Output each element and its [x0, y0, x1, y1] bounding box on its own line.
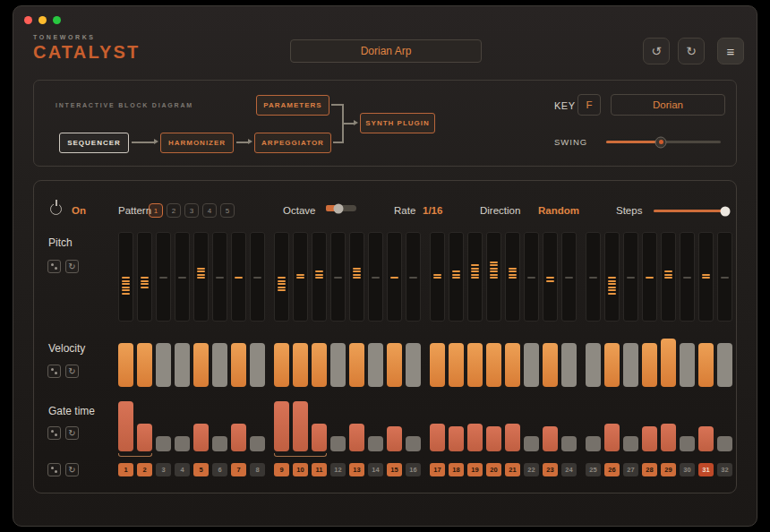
gate-bar-21[interactable] — [505, 424, 520, 451]
velocity-bar-12[interactable] — [330, 343, 346, 387]
pitch-step-23[interactable] — [543, 232, 558, 322]
gate-bar-14[interactable] — [368, 436, 383, 451]
gate-bar-8[interactable] — [250, 436, 265, 451]
step-number-22[interactable]: 22 — [524, 463, 539, 476]
velocity-bar-22[interactable] — [524, 343, 539, 387]
velocity-bar-18[interactable] — [449, 343, 464, 387]
step-number-19[interactable]: 19 — [467, 463, 483, 476]
pattern-button-4[interactable]: 4 — [202, 203, 217, 218]
velocity-bar-29[interactable] — [661, 339, 676, 387]
velocity-bar-23[interactable] — [543, 343, 558, 387]
pitch-step-19[interactable] — [467, 232, 483, 322]
pitch-step-6[interactable] — [212, 232, 227, 322]
step-number-9[interactable]: 9 — [274, 463, 289, 476]
velocity-bar-27[interactable] — [623, 343, 638, 387]
velocity-bar-19[interactable] — [467, 343, 483, 387]
step-number-8[interactable]: 8 — [250, 463, 265, 476]
gate-bar-17[interactable] — [430, 424, 445, 451]
pitch-step-16[interactable] — [406, 232, 421, 322]
step-number-18[interactable]: 18 — [449, 463, 464, 476]
pitch-step-17[interactable] — [430, 232, 445, 322]
step-number-2[interactable]: 2 — [137, 463, 152, 476]
pitch-step-18[interactable] — [449, 232, 464, 322]
gate-bar-28[interactable] — [642, 426, 657, 451]
velocity-dice-icon[interactable] — [47, 365, 61, 378]
pitch-step-20[interactable] — [486, 232, 501, 322]
preset-selector[interactable]: Dorian Arp — [290, 39, 482, 63]
velocity-bar-20[interactable] — [486, 343, 501, 387]
pitch-step-2[interactable] — [137, 232, 152, 322]
step-number-29[interactable]: 29 — [661, 463, 676, 476]
velocity-bar-24[interactable] — [561, 343, 577, 387]
minimize-window-button[interactable] — [38, 16, 47, 24]
step-number-16[interactable]: 16 — [406, 463, 421, 476]
node-harmonizer[interactable]: HARMONIZER — [160, 133, 234, 153]
gate-bar-18[interactable] — [449, 426, 464, 451]
velocity-cycle-icon[interactable]: ↻ — [65, 365, 79, 378]
pitch-step-32[interactable] — [717, 232, 732, 322]
steps-slider[interactable] — [654, 210, 725, 212]
pitch-step-30[interactable] — [680, 232, 695, 322]
direction-value[interactable]: Random — [538, 205, 579, 216]
velocity-bar-9[interactable] — [274, 343, 289, 387]
gate-bar-30[interactable] — [680, 436, 695, 451]
velocity-bar-30[interactable] — [680, 343, 695, 387]
velocity-bar-17[interactable] — [430, 343, 445, 387]
velocity-bar-13[interactable] — [349, 343, 364, 387]
velocity-bar-32[interactable] — [717, 343, 732, 387]
gate-bar-16[interactable] — [406, 436, 421, 451]
pitch-step-15[interactable] — [387, 232, 402, 322]
step-number-21[interactable]: 21 — [505, 463, 520, 476]
velocity-bar-26[interactable] — [604, 343, 620, 387]
pitch-step-14[interactable] — [368, 232, 383, 322]
pitch-cycle-icon[interactable]: ↻ — [65, 260, 79, 273]
pitch-step-24[interactable] — [561, 232, 577, 322]
gate-bar-1[interactable] — [118, 401, 133, 451]
gate-bar-22[interactable] — [524, 436, 539, 451]
velocity-bar-6[interactable] — [212, 343, 227, 387]
pitch-step-8[interactable] — [250, 232, 265, 322]
velocity-bar-2[interactable] — [137, 343, 152, 387]
pitch-step-21[interactable] — [505, 232, 520, 322]
step-number-5[interactable]: 5 — [193, 463, 209, 476]
step-number-20[interactable]: 20 — [486, 463, 501, 476]
pitch-step-28[interactable] — [642, 232, 657, 322]
velocity-bar-25[interactable] — [586, 343, 601, 387]
gate-bar-26[interactable] — [604, 424, 620, 451]
velocity-bar-7[interactable] — [231, 343, 246, 387]
velocity-bar-4[interactable] — [175, 343, 190, 387]
pattern-button-3[interactable]: 3 — [184, 203, 199, 218]
pitch-step-5[interactable] — [193, 232, 209, 322]
steps-dice-icon[interactable] — [47, 463, 61, 476]
node-sequencer[interactable]: SEQUENCER — [59, 133, 129, 153]
pitch-step-26[interactable] — [604, 232, 620, 322]
pitch-step-25[interactable] — [586, 232, 601, 322]
close-window-button[interactable] — [24, 16, 32, 24]
velocity-bar-21[interactable] — [505, 343, 520, 387]
step-number-25[interactable]: 25 — [586, 463, 601, 476]
key-value-box[interactable]: F — [578, 94, 601, 116]
gate-bar-11[interactable] — [312, 424, 327, 451]
pitch-step-9[interactable] — [274, 232, 289, 322]
step-number-10[interactable]: 10 — [293, 463, 308, 476]
pitch-step-3[interactable] — [156, 232, 171, 322]
velocity-bar-10[interactable] — [293, 343, 308, 387]
pitch-step-31[interactable] — [698, 232, 714, 322]
gate-bar-3[interactable] — [156, 436, 171, 451]
gate-dice-icon[interactable] — [47, 426, 61, 440]
velocity-bar-14[interactable] — [368, 343, 383, 387]
step-number-32[interactable]: 32 — [717, 463, 732, 476]
step-number-7[interactable]: 7 — [231, 463, 246, 476]
gate-bar-25[interactable] — [586, 436, 601, 451]
step-number-13[interactable]: 13 — [349, 463, 364, 476]
steps-slider-knob[interactable] — [721, 206, 731, 216]
pitch-step-13[interactable] — [349, 232, 364, 322]
step-number-28[interactable]: 28 — [642, 463, 657, 476]
velocity-bar-16[interactable] — [406, 343, 421, 387]
step-number-3[interactable]: 3 — [156, 463, 171, 476]
pitch-dice-icon[interactable] — [47, 260, 61, 273]
gate-bar-27[interactable] — [623, 436, 638, 451]
pitch-step-27[interactable] — [623, 232, 638, 322]
gate-bar-6[interactable] — [212, 436, 227, 451]
step-number-31[interactable]: 31 — [698, 463, 714, 476]
